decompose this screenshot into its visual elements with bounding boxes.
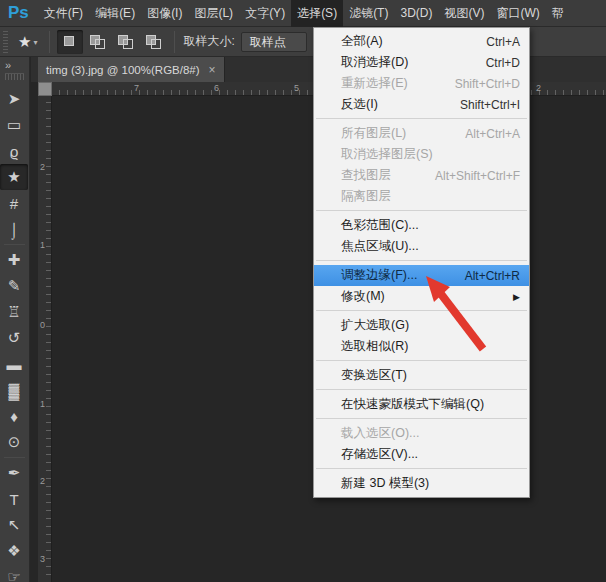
menubar-item-10[interactable]: 窗口(W) [490, 0, 545, 27]
menu-item[interactable]: 全部(A)Ctrl+A [314, 31, 529, 52]
healing-brush-tool[interactable]: ✚ [0, 247, 28, 273]
tab-close-icon[interactable]: × [209, 65, 216, 75]
move-tool-icon: ➤ [8, 90, 21, 108]
menu-item-label: 反选(I) [341, 96, 378, 113]
h-ruler-number: 5 [294, 83, 299, 93]
rectangular-marquee-tool[interactable]: ▭ [0, 112, 28, 138]
menu-separator [316, 389, 527, 390]
path-selection-tool-icon: ↖ [8, 516, 21, 534]
menubar-item-4[interactable]: 图层(L) [188, 0, 239, 27]
magic-wand-icon[interactable]: ★ [14, 33, 33, 51]
menu-separator [316, 360, 527, 361]
subtract-from-selection-button[interactable] [113, 30, 139, 54]
magic-wand-tool[interactable]: ★ [0, 164, 28, 190]
menu-item[interactable]: 变换选区(T) [314, 365, 529, 386]
chevron-down-icon[interactable]: ▾ [33, 36, 43, 47]
menubar-item-1[interactable]: 文件(F) [38, 0, 89, 27]
toolbar-group-separator [4, 244, 25, 245]
menu-separator [316, 260, 527, 261]
blur-tool[interactable]: ♦ [0, 403, 28, 429]
custom-shape-tool-icon: ❖ [7, 542, 20, 560]
rectangular-marquee-tool-icon: ▭ [7, 116, 21, 134]
path-selection-tool[interactable]: ↖ [0, 512, 28, 538]
menu-item[interactable]: 修改(M)▶ [314, 286, 529, 307]
intersect-selection-button[interactable] [141, 30, 167, 54]
subtract-from-selection-icon [123, 39, 133, 49]
add-to-selection-button[interactable] [85, 30, 111, 54]
document-tab-title: timg (3).jpg @ 100%(RGB/8#) [46, 64, 200, 76]
menubar-item-5[interactable]: 文字(Y) [239, 0, 291, 27]
move-tool[interactable]: ➤ [0, 86, 28, 112]
history-brush-tool[interactable]: ↺ [0, 325, 28, 351]
document-tab[interactable]: timg (3).jpg @ 100%(RGB/8#) × [38, 57, 225, 82]
brush-tool-icon: ✎ [8, 277, 21, 295]
menu-separator [316, 118, 527, 119]
menu-item[interactable]: 焦点区域(U)... [314, 236, 529, 257]
ruler-origin-box[interactable] [38, 82, 52, 96]
menubar-item-3[interactable]: 图像(I) [141, 0, 188, 27]
menu-item[interactable]: 反选(I)Shift+Ctrl+I [314, 94, 529, 115]
menubar-item-8[interactable]: 3D(D) [394, 0, 438, 27]
menu-item[interactable]: 扩大选取(G) [314, 315, 529, 336]
menu-item[interactable]: 色彩范围(C)... [314, 215, 529, 236]
menu-item-shortcut: Ctrl+A [486, 35, 520, 49]
menu-item: 重新选择(E)Shift+Ctrl+D [314, 73, 529, 94]
menu-item-shortcut: Ctrl+D [486, 56, 520, 70]
menu-item[interactable]: 在快速蒙版模式下编辑(Q) [314, 394, 529, 415]
healing-brush-tool-icon: ✚ [8, 251, 21, 269]
menu-item-label: 色彩范围(C)... [341, 217, 419, 234]
clone-stamp-tool[interactable]: ♖ [0, 299, 28, 325]
menubar-item-9[interactable]: 视图(V) [438, 0, 490, 27]
menu-item: 取消选择图层(S) [314, 144, 529, 165]
h-ruler-number: 6 [214, 83, 219, 93]
pen-tool[interactable]: ✒ [0, 460, 28, 486]
dodge-tool[interactable]: ⊙ [0, 429, 28, 455]
menu-item[interactable]: 存储选区(V)... [314, 444, 529, 465]
v-ruler-number: 2 [40, 162, 45, 172]
menu-item[interactable]: 调整边缘(F)...Alt+Ctrl+R [314, 265, 529, 286]
menu-separator [316, 418, 527, 419]
menu-item-label: 查找图层 [341, 167, 391, 184]
menu-item[interactable]: 新建 3D 模型(3) [314, 473, 529, 494]
v-ruler-number: 1 [40, 399, 45, 409]
gradient-tool[interactable]: ▓ [0, 377, 28, 403]
menu-item-label: 重新选择(E) [341, 75, 408, 92]
submenu-arrow-icon: ▶ [513, 292, 520, 302]
menu-item-label: 扩大选取(G) [341, 317, 409, 334]
menubar-item-6[interactable]: 选择(S) [291, 0, 343, 27]
lasso-tool-icon: ϱ [10, 143, 19, 160]
menu-item-label: 所有图层(L) [341, 125, 406, 142]
photoshop-logo: Ps [0, 3, 38, 23]
type-tool[interactable]: T [0, 486, 28, 512]
eyedropper-tool[interactable]: ⌡ [0, 216, 28, 242]
menu-item-label: 新建 3D 模型(3) [341, 475, 429, 492]
menu-item-label: 全部(A) [341, 33, 383, 50]
menu-item[interactable]: 选取相似(R) [314, 336, 529, 357]
menu-item-label: 焦点区域(U)... [341, 238, 419, 255]
menu-item[interactable]: 取消选择(D)Ctrl+D [314, 52, 529, 73]
intersect-selection-icon [151, 39, 161, 49]
brush-tool[interactable]: ✎ [0, 273, 28, 299]
hand-tool-icon: ☞ [7, 568, 20, 582]
menubar-item-7[interactable]: 滤镜(T) [343, 0, 394, 27]
eraser-tool[interactable]: ▬ [0, 351, 28, 377]
new-selection-button[interactable] [57, 30, 83, 54]
options-bar-grip [3, 31, 8, 53]
sample-size-select[interactable]: 取样点 [241, 32, 307, 52]
lasso-tool[interactable]: ϱ [0, 138, 28, 164]
hand-tool[interactable]: ☞ [0, 564, 28, 582]
menu-item-label: 在快速蒙版模式下编辑(Q) [341, 396, 484, 413]
menu-separator [316, 468, 527, 469]
collapse-panel-icon[interactable]: » [0, 57, 29, 71]
crop-tool[interactable]: # [0, 190, 28, 216]
toolbar-group-separator [4, 457, 25, 458]
menubar-item-2[interactable]: 编辑(E) [89, 0, 141, 27]
pen-tool-icon: ✒ [8, 464, 21, 482]
menubar-item-11[interactable]: 帮 [546, 0, 570, 27]
menu-item-shortcut: Alt+Ctrl+A [465, 127, 520, 141]
v-ruler-number: 1 [40, 240, 45, 250]
menu-item: 隔离图层 [314, 186, 529, 207]
custom-shape-tool[interactable]: ❖ [0, 538, 28, 564]
menu-item-label: 调整边缘(F)... [341, 267, 417, 284]
history-brush-tool-icon: ↺ [8, 329, 21, 347]
